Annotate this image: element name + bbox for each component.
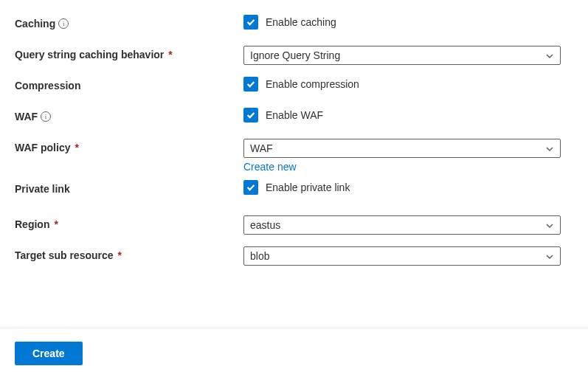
required-asterisk: * [54,218,58,230]
row-compression: Compression Enable compression [15,77,573,100]
checkbox-enable-caching[interactable]: Enable caching [243,15,336,30]
label-waf-policy: WAF policy * [15,139,243,153]
label-waf-policy-text: WAF policy [15,142,70,153]
label-waf-text: WAF [15,111,38,122]
chevron-down-icon [545,51,554,60]
required-asterisk: * [75,142,78,153]
link-create-new-waf-policy[interactable]: Create new [243,161,297,173]
required-asterisk: * [118,249,122,261]
row-caching: Caching i Enable caching [15,15,573,38]
checkbox-enable-private-link[interactable]: Enable private link [243,180,350,195]
checkbox-label-waf: Enable WAF [266,109,323,121]
create-button[interactable]: Create [15,342,83,365]
label-region-text: Region [15,218,49,230]
label-waf: WAF i [15,108,243,122]
checkbox-icon [243,77,258,91]
label-target-sub-resource-text: Target sub resource [15,249,114,261]
row-waf: WAF i Enable WAF [15,108,573,131]
checkbox-enable-compression[interactable]: Enable compression [243,77,359,91]
label-private-link-text: Private link [15,183,70,195]
configuration-form: Caching i Enable caching Query string ca… [15,15,573,270]
select-waf-policy[interactable]: WAF [243,139,561,158]
checkbox-label-private-link: Enable private link [266,182,350,193]
row-query-string: Query string caching behavior * Ignore Q… [15,46,573,69]
row-private-link: Private link Enable private link [15,180,573,204]
footer: Create [15,342,83,365]
checkbox-icon [243,108,258,122]
select-target-sub-resource[interactable]: blob [243,246,561,266]
required-asterisk: * [168,49,172,61]
select-query-string[interactable]: Ignore Query String [243,46,561,65]
row-target-sub-resource: Target sub resource * blob [15,246,573,270]
footer-divider [0,328,588,328]
checkbox-enable-waf[interactable]: Enable WAF [243,108,323,122]
label-caching: Caching i [15,15,243,30]
checkbox-icon [243,180,258,195]
label-compression-text: Compression [15,80,80,91]
row-waf-policy: WAF policy * WAF Create new [15,139,573,173]
info-icon[interactable]: i [41,111,51,122]
label-caching-text: Caching [15,18,55,30]
select-region-value: eastus [250,219,280,231]
label-query-string: Query string caching behavior * [15,46,243,61]
label-private-link: Private link [15,180,243,195]
info-icon[interactable]: i [58,18,69,29]
checkbox-label-compression: Enable compression [266,78,359,90]
row-region: Region * eastus [15,215,573,239]
chevron-down-icon [545,144,554,153]
checkbox-label-caching: Enable caching [266,16,336,28]
label-target-sub-resource: Target sub resource * [15,246,243,261]
select-query-string-value: Ignore Query String [250,49,340,61]
chevron-down-icon [545,221,554,229]
select-target-sub-resource-value: blob [250,250,269,262]
label-region: Region * [15,215,243,230]
select-region[interactable]: eastus [243,215,561,235]
checkbox-icon [243,15,258,30]
label-query-string-text: Query string caching behavior [15,49,164,61]
label-compression: Compression [15,77,243,91]
chevron-down-icon [545,252,554,260]
select-waf-policy-value: WAF [250,142,273,154]
